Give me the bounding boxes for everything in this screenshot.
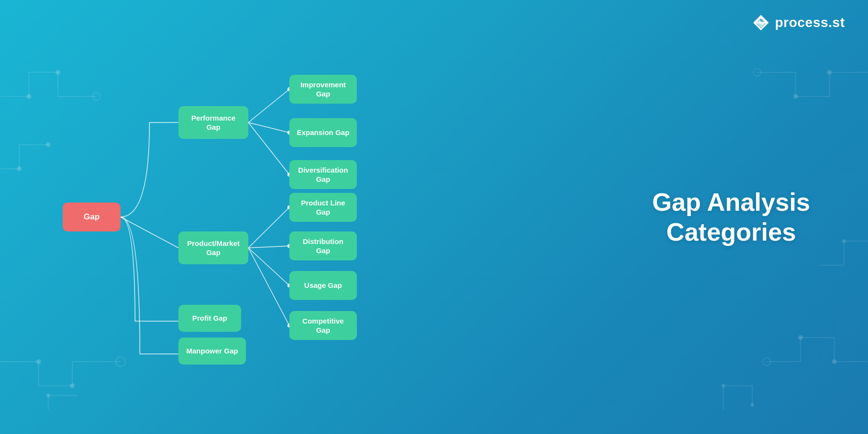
node-profit: Profit Gap	[178, 305, 241, 332]
svg-point-3	[17, 166, 22, 171]
node-product-line: Product LineGap	[289, 193, 357, 222]
svg-point-11	[753, 68, 761, 76]
svg-point-13	[798, 335, 803, 340]
page-title: Gap Analysis Categories	[652, 187, 810, 247]
process-st-icon	[752, 14, 770, 32]
title-area: Gap Analysis Categories	[652, 187, 810, 247]
node-usage: Usage Gap	[289, 271, 357, 300]
svg-point-16	[721, 384, 725, 388]
svg-point-17	[750, 403, 754, 407]
logo: process.st	[752, 14, 845, 32]
svg-point-9	[827, 70, 832, 75]
node-improvement: ImprovementGap	[289, 75, 357, 104]
node-competitive: CompetitiveGap	[289, 311, 357, 340]
node-performance: PerformanceGap	[178, 106, 248, 139]
svg-point-15	[842, 239, 846, 243]
node-diversification: DiversificationGap	[289, 160, 357, 189]
node-manpower: Manpower Gap	[178, 338, 246, 365]
svg-point-12	[832, 359, 837, 364]
svg-point-14	[763, 358, 771, 366]
logo-text: process.st	[775, 15, 845, 30]
node-distribution: DistributionGap	[289, 231, 357, 260]
node-expansion: Expansion Gap	[289, 118, 357, 147]
node-gap: Gap	[63, 203, 121, 231]
svg-point-10	[793, 94, 798, 99]
node-product-market: Product/MarketGap	[178, 231, 248, 264]
diagram: Gap PerformanceGap Product/MarketGap Pro…	[39, 29, 415, 405]
svg-point-0	[27, 94, 31, 99]
